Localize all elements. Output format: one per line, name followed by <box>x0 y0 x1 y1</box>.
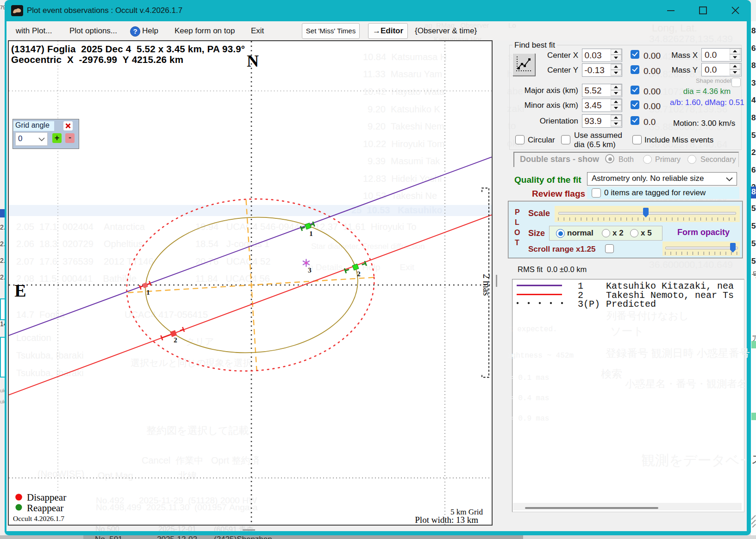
svg-text:Cancel 作業中 Oprt 整約済: Cancel 作業中 Oprt 整約済 <box>142 455 260 465</box>
svg-text:3: 3 <box>308 266 312 274</box>
svg-text:Location: Location <box>16 333 51 343</box>
svg-text:UCAC4 417-056415: UCAC4 417-056415 <box>125 310 208 320</box>
svg-text:Reappear: Reappear <box>27 502 63 514</box>
svg-text:20.76 UCAC4 52: 20.76 UCAC4 52 <box>195 256 270 266</box>
svg-text:2 mas: 2 mas <box>481 274 492 296</box>
svg-text:Occult 4.2026.1.7: Occult 4.2026.1.7 <box>13 514 64 522</box>
svg-text:2.06 18.3 020729 Opheltiu: 2.06 18.3 020729 Opheltius <box>16 239 143 249</box>
svg-text:整約図を選択して記載: 整約図を選択して記載 <box>146 425 249 436</box>
svg-text:2: 2 <box>174 336 177 344</box>
svg-text:(13147) Foglia 2025 Dec 4 5.: (13147) Foglia 2025 Dec 4 5.52 x 3.45 km… <box>11 43 245 54</box>
svg-text:Geocentric X -2976.99 Y 421: Geocentric X -2976.99 Y 4215.26 km <box>11 54 183 65</box>
svg-text:18.54 J-coords 1: 18.54 J-coords 1 <box>195 239 269 249</box>
svg-text:10.84 Katsumasa H: 10.84 Katsumasa H <box>363 52 447 62</box>
svg-text:12.83 Hideki Yoshi: 12.83 Hideki Yoshi <box>363 173 442 184</box>
svg-text:E: E <box>14 281 26 300</box>
svg-text:1: 1 <box>146 288 150 296</box>
svg-text:Predicted: Predicted <box>606 299 656 310</box>
svg-text:11.33 Masaru Yam: 11.33 Masaru Yam <box>363 69 442 79</box>
svg-text:2: 2 <box>357 270 361 278</box>
svg-text:9.20 Katsuhiko K: 9.20 Katsuhiko K <box>368 104 440 114</box>
svg-text:10.22 Hiroyuki Tom: 10.22 Hiroyuki Tom <box>363 139 444 149</box>
svg-text:2.08 11.5 000441 Bathilde: 2.08 11.5 000441 Bathilde <box>16 273 137 284</box>
svg-text:2.07 17.6 376539 2012 TT1: 2.07 17.6 376539 2012 TT146 <box>16 256 154 266</box>
svg-text:クリア: クリア <box>186 336 214 347</box>
svg-text:3(P): 3(P) <box>578 299 600 310</box>
svg-text:10.42 Hayato Wata: 10.42 Hayato Wata <box>363 87 445 97</box>
svg-text:N: N <box>247 52 259 70</box>
svg-text:(NeoWISE): (NeoWISE) <box>37 469 84 479</box>
svg-text:9.20 Takeshi Nem: 9.20 Takeshi Nem <box>368 121 444 131</box>
svg-text:10.53 Takeshi Ne: 10.53 Takeshi Ne <box>363 191 437 201</box>
svg-text:No.498,499 2025.11.30 (00195: No.498,499 2025.11.30 (001957 Angara <box>96 502 258 512</box>
svg-text:Plot width: 13 km: Plot width: 13 km <box>415 515 478 525</box>
svg-text:11.84 UCAC4 56: 11.84 UCAC4 56 <box>195 273 270 284</box>
svg-text:Tsukuba, Ibaraki: Tsukuba, Ibaraki <box>16 368 84 378</box>
svg-text:1: 1 <box>309 229 313 237</box>
svg-text:2.05 17.1 002404 Antarcti: 2.05 17.1 002404 Antarctica <box>16 222 145 232</box>
svg-text:Disappear: Disappear <box>27 492 66 503</box>
svg-text:北緯: 北緯 <box>178 471 197 481</box>
svg-text:14.7 Foglia: 14.7 Foglia <box>16 310 65 320</box>
svg-text:Tsukuba, Ibaraki: Tsukuba, Ibaraki <box>16 350 84 360</box>
svg-text:9.39 Masumi Tak: 9.39 Masumi Tak <box>368 156 440 166</box>
svg-text:Opt Mag: Opt Mag <box>98 471 133 481</box>
svg-text:25 10.53 Katsuhiko: 25 10.53 Katsuhiko <box>351 205 443 215</box>
